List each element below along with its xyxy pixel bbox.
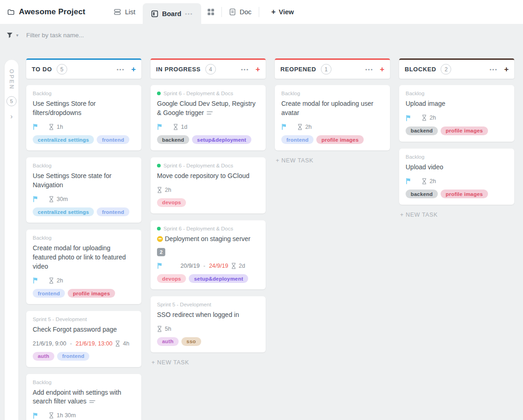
tag[interactable]: sso [181, 337, 201, 346]
new-task-button[interactable]: + NEW TASK [151, 359, 266, 366]
hourglass-icon [49, 124, 54, 130]
card-title: Check Forgot password page [33, 325, 135, 334]
card-tags: backend profile images [406, 190, 508, 198]
column-cards: Backlog Upload image 2h backend profile [399, 85, 514, 218]
tag[interactable]: devops [157, 274, 186, 283]
tag[interactable]: centralized settings [33, 135, 94, 144]
list-view-icon [114, 9, 121, 15]
tab-doc[interactable]: Doc [227, 0, 254, 24]
tag[interactable]: profile images [441, 190, 488, 198]
column-menu-icon[interactable]: ••• [366, 67, 374, 72]
description-icon [207, 111, 213, 115]
description-icon [89, 400, 95, 403]
open-status-rail[interactable]: OPEN 5 › [5, 60, 18, 420]
column-add-task-button[interactable]: + [380, 65, 384, 74]
tag[interactable]: backend [406, 190, 438, 198]
tag[interactable]: centralized settings [33, 207, 94, 216]
tab-board[interactable]: Board ••• [143, 3, 201, 24]
hourglass-icon [422, 115, 427, 121]
card-estimate: 5h [165, 326, 171, 332]
task-card[interactable]: Sprint 5 - Development Check Forgot pass… [26, 311, 141, 367]
task-card[interactable]: Sprint 5 - Development SSO redirect when… [151, 296, 266, 352]
task-card[interactable]: Backlog Create modal for uploading user … [275, 85, 390, 150]
tag[interactable]: setup&deployment [192, 135, 251, 144]
card-estimate: 2h [305, 124, 312, 130]
column-add-task-button[interactable]: + [504, 65, 509, 74]
tag[interactable]: frontend [281, 135, 314, 144]
column-menu-icon[interactable]: ••• [490, 67, 498, 72]
tag[interactable]: backend [406, 127, 438, 135]
grid-view-icon[interactable] [208, 9, 214, 15]
column-blocked: BLOCKED 2 ••• + Backlog Upload image [399, 58, 514, 420]
filter-task-input[interactable] [26, 32, 164, 39]
tag[interactable]: frontend [33, 289, 65, 298]
hourglass-icon [157, 187, 162, 193]
sprint-active-dot-icon [157, 164, 161, 167]
column-menu-icon[interactable]: ••• [117, 67, 125, 72]
column-in-progress: IN PROGRESS 4 ••• + Sprint 6 - Deploymen… [151, 58, 266, 420]
sprint-active-dot-icon [157, 227, 161, 230]
top-bar: Awesome Project List Board ••• Doc + Vie… [0, 0, 523, 24]
column-cards: Sprint 6 - Deployment & Docs Google Clou… [151, 85, 266, 366]
tag[interactable]: frontend [57, 352, 89, 361]
card-meta: 1d [157, 123, 259, 130]
card-list-name: Backlog [33, 91, 135, 96]
tab-list[interactable]: List [106, 0, 143, 24]
tag[interactable]: auth [33, 352, 54, 361]
caret-down-icon[interactable]: ▾ [16, 33, 18, 38]
card-tags: backend setup&deployment [157, 135, 259, 144]
task-card[interactable]: Sprint 6 - Deployment & Docs Deployment … [151, 220, 266, 290]
hourglass-icon [115, 340, 120, 347]
task-card[interactable]: Backlog Upload image 2h backend profile [399, 85, 514, 142]
tag[interactable]: frontend [97, 135, 129, 144]
tag[interactable]: profile images [68, 289, 115, 298]
card-title: Use Settings Store state for Navigation [33, 172, 135, 190]
task-card[interactable]: Sprint 6 - Deployment & Docs Google Clou… [151, 85, 266, 150]
task-card[interactable]: Backlog Create modal for uploading featu… [26, 230, 141, 304]
card-estimate: 2h [57, 277, 63, 284]
task-card[interactable]: Backlog Add endpoint with settings with … [26, 374, 141, 420]
tag[interactable]: frontend [97, 207, 129, 216]
board-tab-ellipsis-icon[interactable]: ••• [185, 11, 193, 17]
board-area: OPEN 5 › TO DO 5 ••• + Backlog Use Setti… [0, 46, 523, 420]
card-title: SSO redirect when logged in [157, 311, 259, 320]
card-list-name: Backlog [33, 380, 135, 385]
column-cards: Backlog Create modal for uploading user … [275, 85, 390, 164]
column-add-task-button[interactable]: + [256, 65, 260, 74]
task-card[interactable]: Backlog Use Settings Store for filters/d… [26, 85, 141, 150]
tag[interactable]: auth [157, 337, 179, 346]
plus-icon: + [271, 8, 275, 16]
tag[interactable]: setup&deployment [189, 274, 248, 283]
hourglass-icon [157, 326, 162, 332]
filter-funnel-icon[interactable] [6, 32, 13, 38]
card-list-name: Backlog [281, 91, 384, 96]
column-add-task-button[interactable]: + [131, 65, 136, 74]
card-estimate: 1d [181, 124, 187, 130]
tag[interactable]: profile images [441, 127, 488, 135]
tag[interactable]: profile images [316, 135, 364, 144]
subtask-count-badge[interactable]: 2 [157, 248, 165, 256]
new-task-button[interactable]: + NEW TASK [275, 157, 390, 164]
tag[interactable]: backend [157, 135, 189, 144]
chevron-right-icon[interactable]: › [11, 113, 13, 120]
card-title: Create modal for uploading user avatar [281, 99, 384, 117]
task-card[interactable]: Backlog Use Settings Store state for Nav… [26, 157, 141, 223]
card-meta: 2h [406, 178, 508, 184]
task-card[interactable]: Backlog Upload video 2h backend profile [399, 149, 514, 205]
column-menu-icon[interactable]: ••• [241, 67, 250, 72]
task-card[interactable]: Sprint 6 - Deployment & Docs Move code r… [151, 157, 266, 213]
card-meta: 2h [33, 277, 135, 284]
card-meta: 2h [406, 115, 508, 121]
hourglass-icon [49, 277, 54, 284]
hourglass-icon [422, 178, 427, 184]
new-task-button[interactable]: + NEW TASK [399, 212, 514, 218]
card-title: Add endpoint with settings with search f… [33, 388, 135, 406]
folder-icon [7, 9, 15, 16]
tag[interactable]: devops [157, 198, 186, 207]
flag-icon [33, 196, 39, 202]
add-view-button[interactable]: + View [264, 0, 301, 24]
column-title: BLOCKED [405, 66, 436, 73]
column-header-blocked: BLOCKED 2 ••• + [399, 58, 514, 79]
card-list-name: Backlog [406, 154, 508, 160]
date-separator: - [203, 263, 205, 269]
